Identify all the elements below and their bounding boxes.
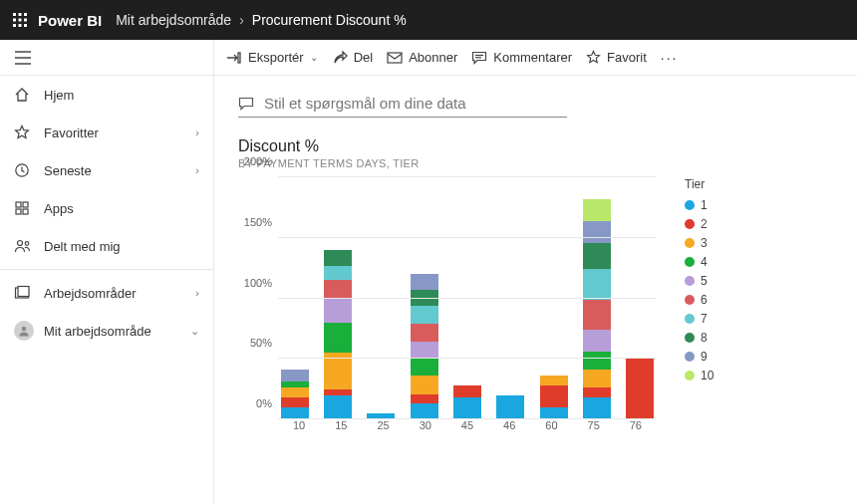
favorite-button[interactable]: Favorit: [586, 50, 647, 65]
bar-segment[interactable]: [583, 330, 611, 352]
nav-item-home[interactable]: Hjem: [0, 76, 213, 114]
breadcrumb-workspace[interactable]: Mit arbejdsområde: [116, 12, 231, 28]
export-button[interactable]: Eksportér ⌄: [226, 50, 318, 65]
legend-label: 1: [701, 198, 708, 212]
bar-segment[interactable]: [411, 403, 438, 419]
bar-segment[interactable]: [496, 395, 524, 419]
svg-rect-1: [19, 13, 22, 16]
x-tick-label: 60: [537, 419, 565, 441]
legend-swatch: [685, 238, 695, 248]
share-icon: [332, 51, 348, 65]
nav-item-recent[interactable]: Seneste ›: [0, 151, 213, 189]
nav-item-workspaces[interactable]: Arbejdsområder ›: [0, 274, 213, 312]
bar-column[interactable]: [626, 359, 654, 419]
chart-legend: Tier 12345678910: [685, 177, 714, 441]
bar-segment[interactable]: [583, 387, 611, 397]
chart-plot[interactable]: 0%50%100%150%200% 101525304546607576: [238, 177, 657, 441]
bar-column[interactable]: [540, 376, 568, 419]
bar-segment[interactable]: [411, 376, 438, 393]
legend-item[interactable]: 5: [685, 271, 714, 290]
legend-item[interactable]: 6: [685, 290, 714, 309]
subscribe-button[interactable]: Abonner: [387, 50, 457, 65]
bar-segment[interactable]: [281, 397, 309, 407]
nav-item-my-workspace[interactable]: Mit arbejdsområde ⌄: [0, 312, 213, 350]
bar-segment[interactable]: [583, 199, 611, 221]
svg-rect-16: [23, 209, 28, 214]
bar-segment[interactable]: [281, 370, 309, 381]
bar-column[interactable]: [496, 395, 524, 419]
x-tick-label: 15: [327, 419, 355, 441]
legend-item[interactable]: 1: [685, 195, 714, 214]
bar-segment[interactable]: [324, 280, 352, 298]
grid-line: [278, 176, 657, 177]
share-button[interactable]: Del: [332, 50, 374, 65]
legend-item[interactable]: 9: [685, 347, 714, 366]
bar-segment[interactable]: [453, 397, 481, 419]
bar-column[interactable]: [583, 199, 611, 419]
bar-segment[interactable]: [583, 221, 611, 243]
nav-item-shared[interactable]: Delt med mig: [0, 227, 213, 265]
bar-segment[interactable]: [281, 387, 309, 397]
bar-segment[interactable]: [324, 395, 352, 419]
svg-rect-13: [16, 202, 21, 207]
star-icon: [14, 125, 32, 140]
nav-item-apps[interactable]: Apps: [0, 189, 213, 227]
legend-swatch: [685, 314, 695, 324]
qna-input[interactable]: [262, 94, 567, 113]
bar-segment[interactable]: [453, 385, 481, 397]
people-icon: [14, 238, 32, 254]
qna-input-wrap[interactable]: [238, 94, 567, 118]
legend-item[interactable]: 7: [685, 309, 714, 328]
bar-segment[interactable]: [324, 299, 352, 323]
breadcrumb-separator: ›: [239, 12, 244, 28]
svg-rect-4: [19, 19, 22, 22]
legend-item[interactable]: 4: [685, 252, 714, 271]
brand-label: Power BI: [38, 12, 102, 29]
mail-icon: [387, 52, 403, 64]
legend-swatch: [685, 352, 695, 362]
bar-segment[interactable]: [583, 243, 611, 270]
svg-rect-2: [24, 13, 27, 16]
svg-rect-8: [24, 24, 27, 27]
bar-segment[interactable]: [583, 269, 611, 299]
toolbar-label: Del: [354, 50, 374, 65]
breadcrumb-report[interactable]: Procurement Discount %: [252, 12, 407, 28]
svg-rect-14: [23, 202, 28, 207]
bar-segment[interactable]: [583, 397, 611, 419]
nav-item-favorites[interactable]: Favoritter ›: [0, 114, 213, 151]
bar-segment[interactable]: [411, 324, 438, 342]
bar-segment[interactable]: [411, 274, 438, 290]
bar-segment[interactable]: [411, 358, 438, 376]
svg-rect-15: [16, 209, 21, 214]
bar-segment[interactable]: [626, 359, 654, 419]
legend-item[interactable]: 10: [685, 366, 714, 384]
bar-segment[interactable]: [583, 300, 611, 330]
more-button[interactable]: ···: [661, 50, 679, 66]
bar-column[interactable]: [411, 274, 438, 419]
waffle-icon[interactable]: [8, 8, 32, 32]
bar-segment[interactable]: [324, 266, 352, 281]
bar-segment[interactable]: [324, 323, 352, 353]
nav-toggle[interactable]: [0, 40, 213, 76]
comments-button[interactable]: Kommentarer: [471, 50, 572, 65]
bar-segment[interactable]: [324, 250, 352, 266]
bar-segment[interactable]: [411, 306, 438, 324]
legend-item[interactable]: 3: [685, 233, 714, 252]
y-tick-label: 100%: [244, 277, 272, 289]
x-axis: 101525304546607576: [278, 419, 657, 441]
bar-column[interactable]: [324, 250, 352, 419]
legend-label: 7: [701, 312, 708, 326]
bar-segment[interactable]: [411, 342, 438, 358]
hamburger-icon: [14, 51, 32, 65]
y-tick-label: 50%: [250, 337, 272, 349]
y-tick-label: 0%: [256, 397, 272, 409]
bar-column[interactable]: [453, 385, 481, 419]
bar-segment[interactable]: [540, 385, 568, 407]
bar-segment[interactable]: [583, 352, 611, 370]
bar-segment[interactable]: [411, 394, 438, 404]
bar-segment[interactable]: [540, 376, 568, 385]
legend-item[interactable]: 2: [685, 214, 714, 233]
legend-item[interactable]: 8: [685, 328, 714, 347]
bar-segment[interactable]: [583, 370, 611, 387]
bar-column[interactable]: [281, 370, 309, 419]
